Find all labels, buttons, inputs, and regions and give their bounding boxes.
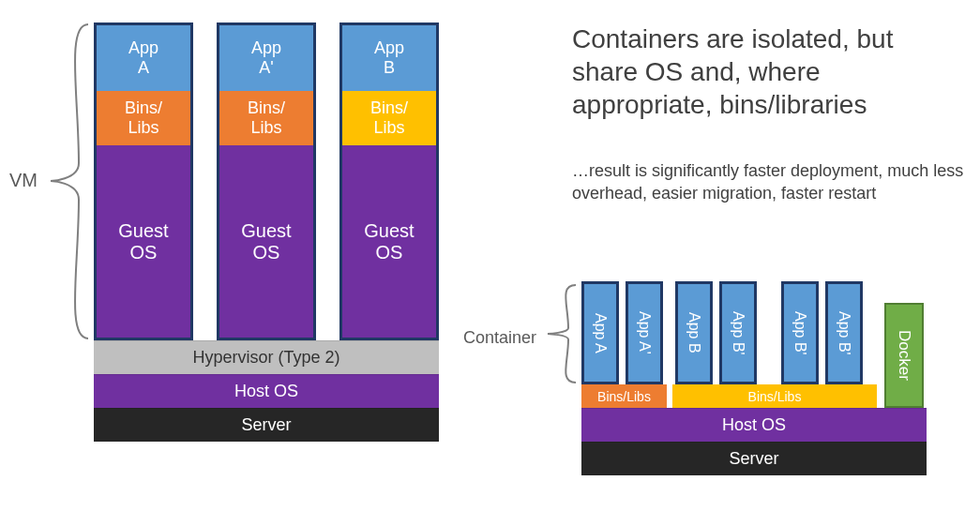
vm-host-os: Host OS <box>94 374 439 408</box>
vm-bins-a2: Bins/ Libs <box>219 91 313 145</box>
ctr-app-b4: App B' <box>825 281 863 384</box>
ctr-app-a: App A <box>581 281 619 384</box>
vm-app-a: App A <box>97 25 190 91</box>
vm-guest-a: Guest OS <box>97 145 190 338</box>
ctr-host-os: Host OS <box>581 408 927 442</box>
container-label: Container <box>463 328 536 348</box>
container-top: App A App A' App B App B' App B' App B' … <box>581 281 927 408</box>
ctr-bins-2: Bins/Libs <box>672 384 877 408</box>
vm-guest-b: Guest OS <box>342 145 436 338</box>
vm-column-2: App A' Bins/ Libs Guest OS <box>217 23 316 340</box>
vm-guest-a2: Guest OS <box>219 145 313 338</box>
vm-server: Server <box>94 408 439 442</box>
heading-text: Containers are isolated, but share OS an… <box>572 23 966 121</box>
ctr-server: Server <box>581 442 927 475</box>
ctr-app-b2: App B' <box>719 281 757 384</box>
vm-app-b: App B <box>342 25 436 91</box>
vm-app-a2: App A' <box>219 25 313 91</box>
ctr-app-b3: App B' <box>781 281 819 384</box>
ctr-app-a2: App A' <box>626 281 663 384</box>
vm-label: VM <box>9 170 38 191</box>
ctr-bins-1: Bins/Libs <box>581 384 667 408</box>
vm-hypervisor: Hypervisor (Type 2) <box>94 340 439 374</box>
ctr-docker: Docker <box>884 303 924 408</box>
vm-bins-a: Bins/ Libs <box>97 91 190 145</box>
container-brace <box>544 283 578 384</box>
ctr-app-b1: App B <box>675 281 713 384</box>
vm-column-3: App B Bins/ Libs Guest OS <box>339 23 439 340</box>
vm-stack: App A Bins/ Libs Guest OS App A' Bins/ L… <box>94 23 439 442</box>
vm-brace <box>47 23 90 340</box>
vm-column-1: App A Bins/ Libs Guest OS <box>94 23 193 340</box>
vm-columns: App A Bins/ Libs Guest OS App A' Bins/ L… <box>94 23 439 340</box>
container-stack: App A App A' App B App B' App B' App B' … <box>581 281 927 475</box>
sub-text: …result is significantly faster deployme… <box>572 159 966 205</box>
vm-bins-b: Bins/ Libs <box>342 91 436 145</box>
